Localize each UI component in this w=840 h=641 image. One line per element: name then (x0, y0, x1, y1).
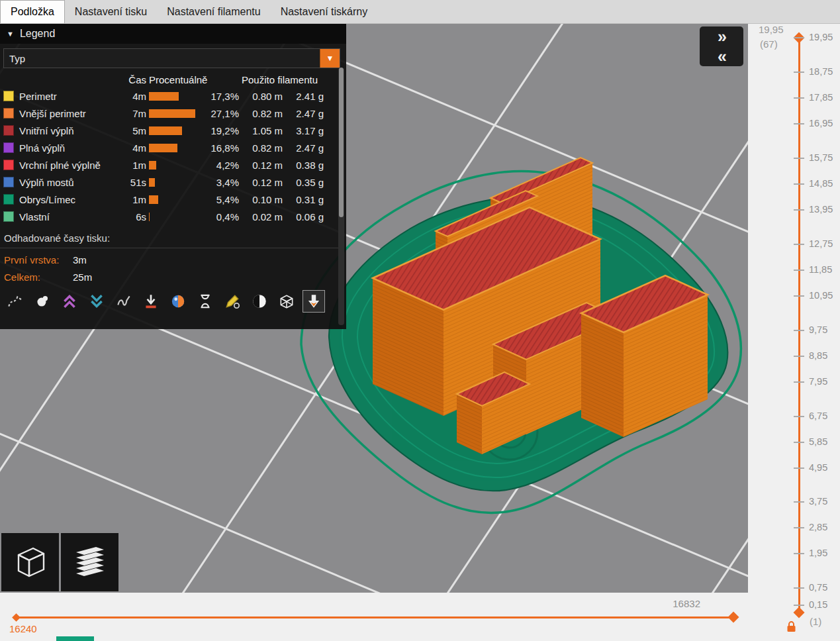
cube-icon (10, 542, 51, 583)
tick-label: 19,95 (809, 32, 833, 42)
feature-color-swatch (3, 160, 14, 170)
layers-icon (70, 542, 111, 583)
feature-time: 5m (120, 125, 146, 136)
percent-bar (149, 109, 195, 118)
color-changes-icon[interactable] (167, 290, 189, 313)
layer-slider: 19,95 (67) 19,95 18,75 17,85 (748, 0, 840, 641)
feature-length: 0.12 m (242, 177, 283, 188)
view-layers-button[interactable] (61, 533, 118, 591)
tick-mark (794, 527, 804, 528)
tick-label: 4,95 (809, 462, 827, 473)
layer-slider-bottom-index: (1) (810, 616, 821, 627)
tick-mark (794, 37, 804, 38)
scrollbar-thumb[interactable] (339, 68, 344, 217)
feature-color-swatch (3, 142, 14, 153)
feature-percent: 0,4% (205, 211, 239, 222)
tab-podlozka[interactable]: Podložka (0, 0, 65, 23)
total-label: Celkem: (4, 271, 73, 283)
tick-label: 17,85 (809, 92, 833, 103)
deretractions-icon[interactable] (85, 290, 108, 313)
tick-mark (794, 183, 804, 185)
move-slider-handle-right[interactable] (728, 612, 739, 623)
tick-mark (794, 158, 804, 159)
collapse-right-icon[interactable]: » (700, 26, 743, 46)
tick-label: 16,95 (809, 118, 833, 128)
legend-title: Legend (20, 28, 55, 40)
tick-mark (794, 97, 804, 99)
feature-label: Perimetr (19, 91, 117, 102)
feature-percent: 17,3% (205, 91, 239, 102)
tab-nastaveni-filamentu[interactable]: Nastavení filamentu (157, 0, 270, 23)
custom-gcode-icon[interactable] (221, 290, 244, 313)
tick-label: 8,85 (809, 350, 827, 361)
tick-mark (794, 381, 804, 383)
feature-color-swatch (3, 211, 14, 222)
tab-nastaveni-tiskarny[interactable]: Nastavení tiskárny (271, 0, 378, 23)
tool-changes-icon[interactable] (140, 290, 162, 313)
feature-percent: 19,2% (205, 125, 239, 136)
combobox-dropdown-button[interactable]: ▼ (320, 49, 340, 68)
view-switch (1, 533, 118, 591)
tick-mark (794, 330, 804, 331)
percent-bar (149, 144, 177, 152)
lock-icon[interactable] (786, 621, 796, 632)
legend-scrollbar[interactable] (338, 68, 344, 325)
legend-table: Čas Procentuálně Použito filamentu Perim… (0, 72, 346, 225)
tick-label: 0,15 (809, 599, 827, 610)
tick-label: 1,95 (809, 548, 827, 558)
feature-color-swatch (3, 177, 14, 187)
percent-bar (149, 161, 156, 170)
tick-mark (794, 72, 804, 73)
legend-toggle-icon[interactable] (303, 290, 325, 313)
tick-label: 3,75 (809, 496, 827, 507)
feature-length: 0.82 m (242, 108, 283, 119)
feature-weight: 3.17 g (285, 125, 324, 136)
tick-mark (794, 501, 804, 503)
feature-percent: 27,1% (205, 108, 239, 119)
tick-label: 12,75 (809, 238, 833, 249)
seams-icon[interactable] (31, 290, 54, 313)
total-time-row: Celkem: 25m (0, 268, 346, 285)
feature-weight: 0.38 g (285, 160, 324, 171)
shells-icon[interactable] (248, 290, 271, 313)
feature-percent: 5,4% (205, 194, 239, 205)
move-slider-handle-left[interactable] (12, 613, 21, 622)
layer-slider-handle-bottom[interactable] (794, 607, 805, 618)
feature-time: 51s (120, 177, 146, 188)
travel-moves-icon[interactable] (4, 290, 26, 313)
move-slider-max-label: 16832 (673, 598, 700, 609)
legend-toolbar (0, 285, 346, 317)
tick-label: 2,85 (809, 522, 827, 532)
gcode-preview-viewport[interactable]: » « (0, 24, 748, 593)
feature-time: 1m (120, 160, 146, 171)
view-3d-button[interactable] (1, 533, 59, 591)
tab-nastaveni-tisku[interactable]: Nastavení tisku (65, 0, 157, 23)
first-layer-value: 3m (73, 254, 87, 266)
legend-header[interactable]: ▼ Legend (0, 24, 346, 44)
feature-time: 1m (120, 194, 146, 205)
tick-mark (794, 416, 804, 417)
feature-label: Vlastní (19, 211, 117, 222)
tick-label: 0,75 (809, 582, 827, 593)
tick-label: 13,95 (809, 204, 833, 215)
feature-label: Výplň mostů (19, 177, 117, 188)
percent-bar (149, 195, 158, 204)
layer-slider-top-value: 19,95 (759, 24, 784, 35)
tick-mark (794, 209, 804, 211)
move-slider-track[interactable] (17, 616, 735, 618)
percent-bar (149, 213, 150, 221)
layer-slider-track[interactable] (798, 38, 800, 616)
collapse-left-icon[interactable]: « (700, 46, 743, 66)
pause-prints-icon[interactable] (194, 290, 216, 313)
feature-length: 0.10 m (242, 194, 283, 205)
wipe-icon[interactable] (113, 290, 135, 313)
feature-label: Vrchní plné výplně (19, 160, 117, 171)
view-type-combobox[interactable]: Typ ▼ (3, 48, 340, 68)
retractions-icon[interactable] (58, 290, 81, 313)
feature-length: 0.80 m (242, 91, 283, 102)
legend-row: Vlastní 6s 0,4% 0.02 m 0.06 g (3, 208, 340, 225)
tool-marker-icon[interactable] (275, 290, 298, 313)
percent-bar (149, 126, 182, 135)
feature-color-swatch (3, 91, 14, 101)
first-layer-time-row: První vrstva: 3m (0, 251, 346, 268)
